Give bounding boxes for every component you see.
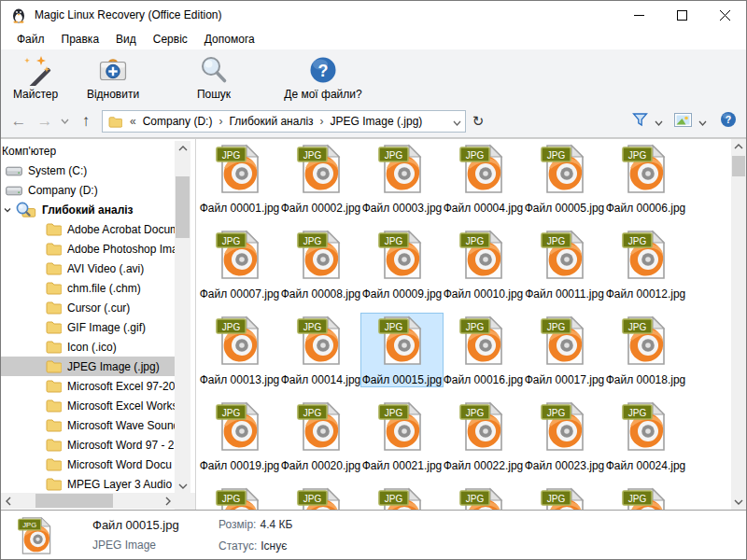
scroll-thumb[interactable] [176,176,190,238]
maximize-button[interactable] [660,1,703,29]
file-item[interactable]: JPG Файл 00010.jpg [443,227,524,313]
menu-help[interactable]: Допомога [196,29,263,49]
tree-item[interactable]: Microsoft Wave Sound [1,415,175,435]
breadcrumb-collapsed[interactable]: « [126,115,140,128]
tree-item[interactable]: Company (D:) [1,180,175,200]
tree-item[interactable]: JPEG Image (.jpg) [1,357,175,376]
file-item[interactable]: JPG Файл 00014.jpg [280,313,361,399]
up-arrow-button[interactable]: ↑ [76,105,96,137]
tree-item[interactable]: Microsoft Excel Works [1,396,175,415]
tree-item[interactable]: Icon (.ico) [1,337,175,357]
recover-button[interactable]: Відновити [77,54,149,103]
breadcrumb-segment-analysis[interactable]: Глибокий аналіз [226,115,316,128]
grid-vertical-scrollbar[interactable] [731,139,746,510]
file-item[interactable]: JPG Файл 00004.jpg [443,141,524,227]
scroll-up-arrow[interactable] [175,141,190,155]
file-item[interactable]: JPG Файл 00008.jpg [280,227,361,313]
tree-item[interactable]: MPEG Layer 3 Audio F [1,474,175,493]
view-dropdown-chevron[interactable] [698,113,707,130]
menu-service[interactable]: Сервіс [145,29,196,49]
file-label: Файл 00017.jpg [525,373,605,386]
panel-divider[interactable] [195,139,196,510]
scroll-thumb[interactable] [35,494,113,508]
file-item-partial[interactable]: JPG [443,484,524,510]
svg-text:JPG: JPG [303,322,321,332]
tree-item[interactable]: System (C:) [1,161,175,180]
file-item-partial[interactable]: JPG [280,484,361,510]
scroll-down-arrow[interactable] [731,495,746,510]
tree-item[interactable]: GIF Image (.gif) [1,317,175,337]
tree-item[interactable]: Microsoft Word Docu [1,455,175,474]
jpg-file-icon: JPG [216,486,264,510]
where-files-button[interactable]: ? Де мої файли? [276,54,370,103]
file-item-partial[interactable]: JPG [361,484,443,510]
wizard-button[interactable]: Майстер [4,54,67,103]
file-item[interactable]: JPG Файл 00019.jpg [199,399,280,484]
file-item[interactable]: JPG Файл 00011.jpg [524,227,605,313]
tree-vertical-scrollbar[interactable] [175,141,190,493]
menu-edit[interactable]: Правка [53,29,108,49]
breadcrumb-segment-drive[interactable]: Company (D:) [140,115,216,128]
menu-file[interactable]: Файл [8,29,53,49]
expand-chevron-icon[interactable] [3,205,12,215]
file-item[interactable]: JPG Файл 00017.jpg [524,313,605,399]
tree-item[interactable]: Adobe Acrobat Docum [1,219,175,239]
jpg-file-icon: JPG [459,400,508,456]
file-label: Файл 00005.jpg [525,202,605,215]
scroll-down-arrow[interactable] [175,479,190,493]
svg-text:JPG: JPG [627,322,646,332]
filter-dropdown-chevron[interactable] [655,113,663,130]
file-item[interactable]: JPG Файл 00002.jpg [280,141,361,227]
file-item[interactable]: JPG Файл 00012.jpg [605,227,686,313]
scroll-thumb[interactable] [732,156,745,176]
help-icon[interactable]: ? [720,111,737,132]
view-mode-icon[interactable] [674,113,692,131]
file-item-partial[interactable]: JPG [199,484,280,510]
file-item[interactable]: JPG Файл 00024.jpg [605,399,686,484]
scroll-left-arrow[interactable] [1,493,15,509]
tree-item[interactable]: Microsoft Excel 97-200 [1,376,175,396]
tree-item[interactable]: Adobe Photoshop Ima [1,239,175,259]
close-button[interactable] [703,1,746,29]
folder-tree: Комп'ютерSystem (C:)Company (D:)Глибокий… [1,141,175,493]
folder-icon [108,116,122,128]
tree-item[interactable]: Глибокий аналіз [1,200,175,219]
tree-item[interactable]: Microsoft Word 97 - 2 [1,435,175,455]
svg-text:?: ? [318,62,329,80]
tree-item-label: AVI Video (.avi) [67,262,144,275]
breadcrumb[interactable]: « Company (D:) › Глибокий аналіз › JPEG … [102,110,466,133]
tree-item[interactable]: Cursor (.cur) [1,298,175,317]
tree-horizontal-scrollbar[interactable] [1,493,175,509]
file-item[interactable]: JPG Файл 00023.jpg [524,399,605,484]
scroll-right-arrow[interactable] [161,493,175,509]
minimize-button[interactable] [617,1,660,29]
back-arrow-button[interactable]: ← [8,105,29,137]
file-item[interactable]: JPG Файл 00015.jpg [361,313,443,399]
breadcrumb-dropdown-chevron[interactable] [453,113,461,130]
tree-item[interactable]: Комп'ютер [1,141,175,161]
forward-arrow-button[interactable]: → [35,105,55,137]
file-item[interactable]: JPG Файл 00021.jpg [361,399,443,484]
search-button[interactable]: Пошук [180,54,247,103]
file-item[interactable]: JPG Файл 00001.jpg [199,141,280,227]
tree-item[interactable]: AVI Video (.avi) [1,259,175,278]
file-item[interactable]: JPG Файл 00007.jpg [199,227,280,313]
tree-item[interactable]: chm.file (.chm) [1,278,175,298]
file-item[interactable]: JPG Файл 00018.jpg [605,313,686,399]
breadcrumb-segment-filetype[interactable]: JPEG Image (.jpg) [328,115,426,128]
history-chevron-button[interactable] [57,105,72,137]
scroll-up-arrow[interactable] [731,139,746,154]
filter-funnel-icon[interactable] [632,112,648,131]
file-item[interactable]: JPG Файл 00016.jpg [443,313,524,399]
file-item[interactable]: JPG Файл 00003.jpg [361,141,443,227]
file-item-partial[interactable]: JPG [524,484,605,510]
file-item[interactable]: JPG Файл 00006.jpg [605,141,686,227]
file-item[interactable]: JPG Файл 00020.jpg [280,399,361,484]
menu-view[interactable]: Вид [107,29,145,49]
file-item[interactable]: JPG Файл 00022.jpg [443,399,524,484]
file-item-partial[interactable]: JPG [605,484,686,510]
file-item[interactable]: JPG Файл 00013.jpg [199,313,280,399]
file-item[interactable]: JPG Файл 00005.jpg [524,141,605,227]
file-item[interactable]: JPG Файл 00009.jpg [361,227,443,313]
refresh-button[interactable]: ↻ [469,105,487,137]
